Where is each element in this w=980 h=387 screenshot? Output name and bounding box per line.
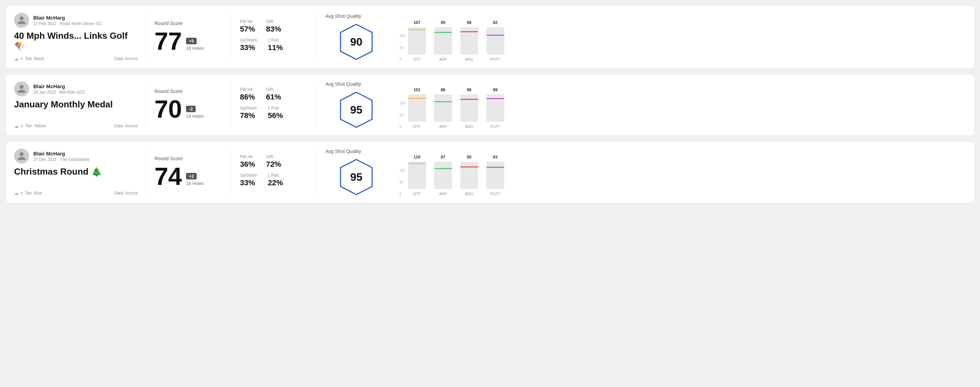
card-footer-1: ☁ ≡ Tee: Black Data: Arccos <box>14 56 138 62</box>
quality-score-1: 90 <box>350 36 363 48</box>
divider-3-2 <box>317 81 317 128</box>
user-info-1: Blair McHarg 12 Feb 2022 · Royal North D… <box>14 13 138 28</box>
score-holes-1: 18 Holes <box>186 46 204 51</box>
round-title-1: 40 Mph Winds... Links Golf 🪁 <box>14 30 138 52</box>
user-icon <box>17 84 26 94</box>
score-badge-2: -2 <box>186 106 196 112</box>
score-number-3: 74 <box>154 164 182 189</box>
round-card-2: Blair McHarg 29 Jan 2022 · Mill Ride GCC… <box>5 74 975 136</box>
stat-gir-3: GIR 72% <box>266 154 281 169</box>
chart-section-3: 100 50 0 110 OTT 87 APP <box>387 149 966 196</box>
divider-3-3 <box>317 149 317 196</box>
card-footer-2: ☁ ≡ Tee: Yellow Data: Arccos <box>14 123 138 128</box>
bar-group-putt: 99 PUTT <box>487 87 504 128</box>
avatar-3 <box>14 149 29 163</box>
score-section-1: Round Score 77 +5 18 Holes <box>154 13 223 62</box>
bar-group-putt: 93 PUTT <box>487 155 504 196</box>
quality-label-1: Avg Shot Quality <box>325 13 361 19</box>
user-icon <box>17 16 26 25</box>
bar-group-arg: 96 ARG <box>460 87 478 128</box>
divider-3-1 <box>317 13 317 62</box>
bar-group-app: 95 APP <box>434 20 452 62</box>
stat-one-putt-1: 1 Putt 11% <box>268 38 283 52</box>
score-badge-3: +2 <box>186 173 197 179</box>
stat-one-putt-2: 1 Putt 56% <box>268 106 283 120</box>
bar-chart: 100 50 0 101 OTT 86 APP <box>394 87 966 128</box>
tee-info-3: ☁ ≡ Tee: Blue <box>14 190 42 196</box>
stats-section-2: FW Hit 86% GIR 61% Up/Down 78% 1 Putt <box>240 81 309 128</box>
user-date-course-3: 27 Dec 2021 · The Oxfordshire <box>33 157 89 162</box>
tee-label: Tee: Yellow <box>25 124 46 128</box>
stat-fw-hit-1: FW Hit 57% <box>240 19 255 33</box>
round-score-label: Round Score <box>154 156 223 161</box>
user-name-2: Blair McHarg <box>33 83 86 89</box>
user-date-course-2: 29 Jan 2022 · Mill Ride GCC <box>33 90 86 95</box>
quality-section-1: Avg Shot Quality 90 <box>325 13 387 62</box>
bar-chart: 100 50 0 107 OTT 95 APP <box>394 20 966 62</box>
stat-up-down-1: Up/Down 33% <box>240 38 257 52</box>
score-main-2: 70 -2 18 Holes <box>154 97 223 121</box>
card-info-2: Blair McHarg 29 Jan 2022 · Mill Ride GCC… <box>14 81 138 128</box>
tee-info-1: ☁ ≡ Tee: Black <box>14 56 44 62</box>
bar-group-putt: 82 PUTT <box>487 20 504 62</box>
bar-group-ott: 107 OTT <box>408 20 426 62</box>
data-source-label: Data: Arccos <box>114 191 138 195</box>
card-info-1: Blair McHarg 12 Feb 2022 · Royal North D… <box>14 13 138 62</box>
quality-section-2: Avg Shot Quality 95 <box>325 81 387 128</box>
avatar-1 <box>14 13 29 28</box>
data-source-label: Data: Arccos <box>114 124 138 128</box>
score-holes-2: 18 Holes <box>186 114 204 119</box>
user-info-3: Blair McHarg 27 Dec 2021 · The Oxfordshi… <box>14 149 138 163</box>
card-info-3: Blair McHarg 27 Dec 2021 · The Oxfordshi… <box>14 149 138 196</box>
user-info-2: Blair McHarg 29 Jan 2022 · Mill Ride GCC <box>14 81 138 97</box>
avatar-2 <box>14 81 29 97</box>
quality-score-2: 95 <box>350 104 363 116</box>
score-section-2: Round Score 70 -2 18 Holes <box>154 81 223 128</box>
stat-one-putt-3: 1 Putt 22% <box>268 173 283 187</box>
score-number-1: 77 <box>154 29 182 54</box>
weather-icon: ☁ ≡ <box>14 190 23 196</box>
quality-section-3: Avg Shot Quality 95 <box>325 149 387 196</box>
card-footer-3: ☁ ≡ Tee: Blue Data: Arccos <box>14 190 138 196</box>
stats-section-1: FW Hit 57% GIR 83% Up/Down 33% 1 Putt <box>240 13 309 62</box>
quality-score-3: 95 <box>350 171 363 184</box>
round-title-2: January Monthly Medal <box>14 99 138 110</box>
stat-gir-1: GIR 83% <box>266 19 281 33</box>
stat-up-down-3: Up/Down 33% <box>240 173 257 187</box>
tee-info-2: ☁ ≡ Tee: Yellow <box>14 123 46 128</box>
tee-label: Tee: Black <box>25 56 44 61</box>
stat-gir-2: GIR 61% <box>266 87 281 102</box>
round-score-label: Round Score <box>154 89 223 94</box>
bar-group-app: 86 APP <box>434 87 452 128</box>
bar-group-ott: 101 OTT <box>408 87 426 128</box>
round-score-label: Round Score <box>154 21 223 26</box>
stats-section-3: FW Hit 36% GIR 72% Up/Down 33% 1 Putt <box>240 149 309 196</box>
divider-2-1 <box>231 13 232 62</box>
quality-label-2: Avg Shot Quality <box>325 81 361 87</box>
weather-icon: ☁ ≡ <box>14 123 23 128</box>
divider-2-2 <box>231 81 232 128</box>
bar-group-ott: 110 OTT <box>408 155 426 196</box>
round-title-3: Christmas Round 🎄 <box>14 167 138 177</box>
divider-1-1 <box>146 13 146 62</box>
score-number-2: 70 <box>154 97 182 121</box>
bar-group-arg: 95 ARG <box>460 155 478 196</box>
divider-1-2 <box>146 81 146 128</box>
hexagon-container-2: 95 <box>339 91 374 128</box>
round-card-1: Blair McHarg 12 Feb 2022 · Royal North D… <box>5 5 975 68</box>
divider-1-3 <box>146 149 146 196</box>
bar-group-arg: 98 ARG <box>460 20 478 62</box>
score-holes-3: 18 Holes <box>186 181 204 186</box>
quality-label-3: Avg Shot Quality <box>325 149 361 154</box>
score-main-3: 74 +2 18 Holes <box>154 164 223 189</box>
bar-chart: 100 50 0 110 OTT 87 APP <box>394 155 966 196</box>
round-card-3: Blair McHarg 27 Dec 2021 · The Oxfordshi… <box>5 141 975 203</box>
stat-up-down-2: Up/Down 78% <box>240 106 257 120</box>
user-icon <box>17 151 26 161</box>
score-badge-1: +5 <box>186 38 197 44</box>
stat-fw-hit-3: FW Hit 36% <box>240 154 255 169</box>
stat-fw-hit-2: FW Hit 86% <box>240 87 255 102</box>
bar-group-app: 87 APP <box>434 155 452 196</box>
user-name-1: Blair McHarg <box>33 15 102 21</box>
chart-section-2: 100 50 0 101 OTT 86 APP <box>387 81 966 128</box>
